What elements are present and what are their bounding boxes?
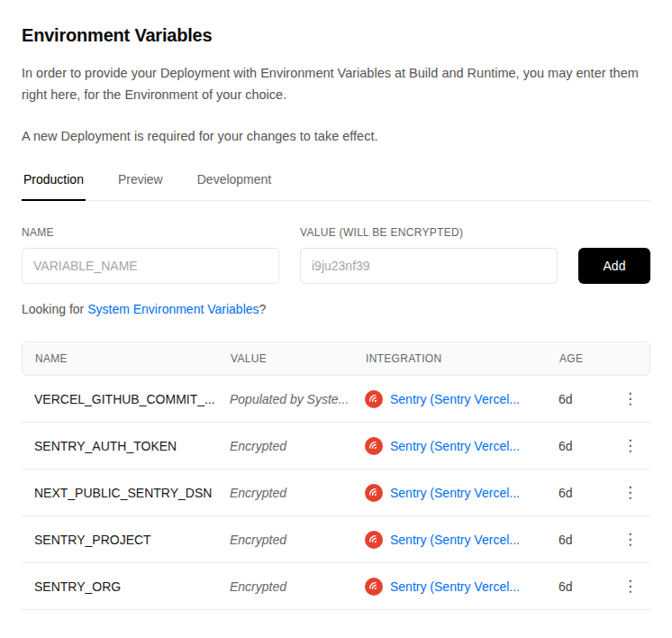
row-kebab-menu-icon[interactable]: ⋮ [604, 579, 638, 594]
variable-name: NEXT_PUBLIC_SENTRY_DSN [34, 486, 230, 500]
sentry-icon [365, 437, 383, 455]
variable-age: 6d [558, 439, 604, 453]
variable-value: Encrypted [230, 439, 365, 453]
col-header-name: NAME [35, 352, 231, 365]
table-row: SENTRY_ORG Encrypted Sentry (Sentry Verc… [22, 563, 650, 610]
col-header-age: AGE [559, 352, 604, 365]
variable-value-input[interactable] [300, 248, 558, 284]
integration-link[interactable]: Sentry (Sentry Vercel... [390, 486, 520, 500]
col-header-value: VALUE [231, 352, 366, 365]
variable-age: 6d [558, 392, 604, 406]
variable-value: Populated by Syste... [230, 392, 365, 406]
integration-link[interactable]: Sentry (Sentry Vercel... [390, 392, 520, 406]
tab-development[interactable]: Development [195, 169, 274, 200]
integration-cell: Sentry (Sentry Vercel... [365, 390, 558, 408]
deployment-note: A new Deployment is required for your ch… [22, 125, 641, 147]
variable-age: 6d [558, 486, 604, 500]
add-variable-form: NAME VALUE (WILL BE ENCRYPTED) Add [22, 226, 650, 284]
row-kebab-menu-icon[interactable]: ⋮ [604, 438, 638, 453]
variable-value: Encrypted [230, 486, 365, 500]
variable-name: SENTRY_ORG [34, 579, 230, 594]
variable-name: VERCEL_GITHUB_COMMIT_... [34, 392, 230, 406]
integration-link[interactable]: Sentry (Sentry Vercel... [390, 579, 520, 594]
env-vars-table: NAME VALUE INTEGRATION AGE VERCEL_GITHUB… [22, 342, 650, 610]
page-title: Environment Variables [22, 25, 650, 46]
name-field-group: NAME [22, 226, 279, 284]
system-env-hint-suffix: ? [259, 302, 267, 316]
table-body: VERCEL_GITHUB_COMMIT_... Populated by Sy… [22, 376, 650, 610]
integration-link[interactable]: Sentry (Sentry Vercel... [390, 439, 520, 453]
integration-cell: Sentry (Sentry Vercel... [365, 484, 558, 502]
value-field-group: VALUE (WILL BE ENCRYPTED) [300, 226, 558, 284]
environment-tabs: Production Preview Development [22, 169, 650, 201]
variable-name: SENTRY_PROJECT [34, 533, 230, 547]
row-kebab-menu-icon[interactable]: ⋮ [604, 485, 638, 500]
sentry-icon [365, 531, 383, 549]
table-row: SENTRY_AUTH_TOKEN Encrypted Sentry (Sent… [22, 423, 650, 469]
integration-cell: Sentry (Sentry Vercel... [365, 437, 558, 455]
table-row: VERCEL_GITHUB_COMMIT_... Populated by Sy… [22, 376, 650, 423]
row-kebab-menu-icon[interactable]: ⋮ [604, 391, 638, 406]
name-label: NAME [22, 226, 279, 239]
variable-value: Encrypted [230, 533, 365, 547]
variable-name: SENTRY_AUTH_TOKEN [34, 439, 230, 453]
value-label: VALUE (WILL BE ENCRYPTED) [300, 226, 558, 239]
variable-value: Encrypted [230, 579, 365, 594]
description-text: In order to provide your Deployment with… [22, 62, 641, 105]
table-row: NEXT_PUBLIC_SENTRY_DSN Encrypted Sentry … [22, 469, 650, 516]
environment-variables-panel: Environment Variables In order to provid… [0, 0, 672, 638]
system-env-hint: Looking for System Environment Variables… [22, 302, 650, 316]
col-header-integration: INTEGRATION [366, 352, 559, 365]
add-button[interactable]: Add [578, 248, 650, 284]
table-header-row: NAME VALUE INTEGRATION AGE [22, 342, 650, 376]
sentry-icon [365, 484, 383, 502]
variable-age: 6d [558, 579, 604, 594]
system-env-hint-prefix: Looking for [22, 302, 87, 316]
variable-name-input[interactable] [22, 248, 279, 284]
sentry-icon [365, 578, 383, 596]
table-row: SENTRY_PROJECT Encrypted Sentry (Sentry … [22, 516, 650, 563]
variable-age: 6d [558, 533, 604, 547]
tab-production[interactable]: Production [22, 169, 86, 201]
integration-link[interactable]: Sentry (Sentry Vercel... [390, 533, 520, 547]
tab-preview[interactable]: Preview [116, 169, 165, 200]
sentry-icon [365, 390, 383, 408]
system-env-link[interactable]: System Environment Variables [87, 302, 259, 316]
integration-cell: Sentry (Sentry Vercel... [365, 531, 558, 549]
integration-cell: Sentry (Sentry Vercel... [365, 578, 558, 596]
row-kebab-menu-icon[interactable]: ⋮ [604, 532, 638, 547]
